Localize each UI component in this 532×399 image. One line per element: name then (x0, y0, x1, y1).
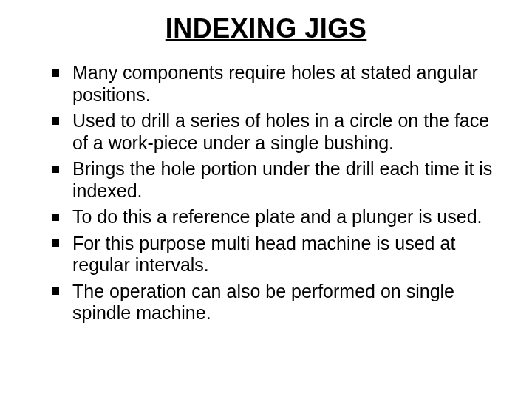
slide-title: INDEXING JIGS (30, 13, 502, 44)
list-item: Many components require holes at stated … (52, 62, 502, 106)
list-item: The operation can also be performed on s… (52, 281, 502, 324)
list-item: Used to drill a series of holes in a cir… (52, 110, 502, 154)
list-item: To do this a reference plate and a plung… (52, 206, 502, 228)
list-item: Brings the hole portion under the drill … (52, 158, 502, 202)
list-item: For this purpose multi head machine is u… (52, 233, 502, 276)
slide: INDEXING JIGS Many components require ho… (0, 0, 532, 399)
bullet-list: Many components require holes at stated … (30, 62, 502, 324)
